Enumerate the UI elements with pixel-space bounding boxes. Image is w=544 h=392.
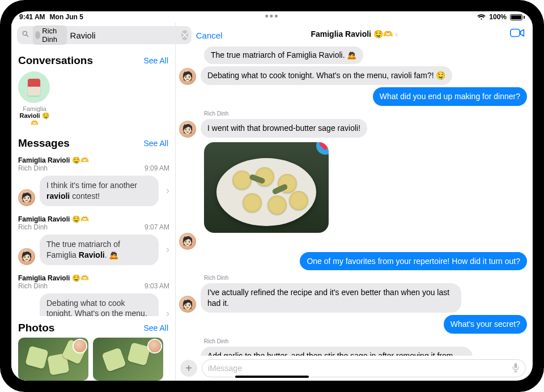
avatar: 🧑🏻	[18, 248, 35, 265]
message-in: 🧑🏻 I went with that browned-butter sage …	[179, 119, 527, 138]
message-in-image	[179, 142, 527, 233]
message-out: What did you end up making for dinner?	[179, 87, 527, 106]
svg-line-1	[27, 35, 28, 37]
image-attachment[interactable]	[204, 142, 329, 233]
conversation-result[interactable]: Famiglia Ravioli 🤤🫶	[11, 70, 51, 131]
status-bar: 9:41 AM Mon Jun 5 ••• 100%	[11, 11, 533, 23]
avatar: 🧑🏻	[179, 121, 196, 138]
sender-label: Rich Dinh	[204, 275, 527, 281]
search-filter-chip[interactable]: Rich Dinh	[33, 25, 67, 45]
ipad-frame: 9:41 AM Mon Jun 5 ••• 100%	[0, 0, 544, 392]
screen: 9:41 AM Mon Jun 5 ••• 100%	[11, 11, 533, 381]
chevron-right-icon: ›	[395, 29, 398, 39]
person-icon	[35, 31, 40, 39]
result-sender: Rich Dinh	[18, 223, 48, 231]
conv-name-line1: Famiglia	[18, 105, 51, 112]
conversations-title: Conversations	[18, 54, 93, 67]
conversations-see-all[interactable]: See All	[143, 56, 168, 65]
result-chat-name: Famiglia Ravioli 🤤🫶	[18, 274, 169, 282]
conv-name-line2: Ravioli 🤤🫶	[18, 112, 51, 127]
bubble[interactable]: The true matriarch of Famiglia Ravioli. …	[204, 46, 363, 64]
battery-icon	[510, 14, 525, 20]
result-chat-name: Famiglia Ravioli 🤤🫶	[18, 156, 169, 164]
chevron-right-icon: ›	[166, 244, 169, 255]
add-attachment-button[interactable]: +	[180, 360, 197, 377]
avatar: 🧑🏻	[18, 189, 35, 206]
result-sender: Rich Dinh	[18, 282, 48, 290]
sender-label: Rich Dinh	[204, 338, 527, 344]
bubble[interactable]: Debating what to cook tonight. What's on…	[201, 66, 452, 85]
compose-bar: + iMessage	[176, 356, 533, 381]
message-in-avatar-only: 🧑🏻	[179, 233, 527, 250]
bubble[interactable]: I've actually refined the recipe and it'…	[201, 283, 461, 313]
search-field[interactable]: Rich Dinh	[17, 26, 192, 44]
photo-thumb[interactable]	[93, 338, 163, 381]
message-result[interactable]: Famiglia Ravioli 🤤🫶 Rich Dinh 9:09 AM 🧑🏻…	[11, 153, 175, 212]
bubble[interactable]: One of my favorites from your repertoire…	[300, 252, 527, 271]
conversations-header: Conversations See All	[11, 49, 175, 70]
can-icon	[28, 79, 40, 96]
photo-results	[11, 338, 175, 381]
status-time: 9:41 AM	[19, 13, 45, 21]
group-avatar	[18, 71, 50, 103]
message-in: The true matriarch of Famiglia Ravioli. …	[179, 46, 527, 64]
message-results-list: Famiglia Ravioli 🤤🫶 Rich Dinh 9:09 AM 🧑🏻…	[11, 153, 175, 316]
battery-percent: 100%	[489, 13, 507, 21]
svg-rect-2	[511, 29, 520, 37]
message-out: One of my favorites from your repertoire…	[179, 252, 527, 271]
message-in: 🧑🏻 Debating what to cook tonight. What's…	[179, 66, 527, 85]
svg-point-0	[23, 31, 27, 35]
compose-placeholder: iMessage	[208, 364, 512, 373]
search-input[interactable]	[70, 31, 178, 40]
result-preview: The true matriarch of Famiglia Ravioli. …	[40, 235, 159, 265]
messages-header: Messages See All	[11, 131, 175, 153]
message-thread[interactable]: The true matriarch of Famiglia Ravioli. …	[176, 45, 533, 356]
sender-avatar	[74, 340, 86, 352]
message-in: 🧑🏻 I've actually refined the recipe and …	[179, 283, 527, 313]
avatar: 🧑🏻	[179, 233, 196, 250]
messages-title: Messages	[18, 137, 70, 150]
sidebar: Rich Dinh Cancel Conversations See All	[11, 23, 176, 381]
messages-see-all[interactable]: See All	[143, 139, 168, 148]
photo-thumb[interactable]	[18, 338, 88, 381]
photos-title: Photos	[18, 322, 54, 334]
avatar: 🧑🏻	[179, 68, 196, 85]
conversation-title: Famiglia Ravioli 🤤🫶	[311, 29, 392, 39]
result-preview: Debating what to cook tonight. What's on…	[40, 293, 159, 316]
love-reaction-icon[interactable]	[316, 142, 329, 155]
bubble[interactable]: I went with that browned-butter sage rav…	[201, 119, 367, 138]
result-time: 9:09 AM	[144, 164, 169, 172]
message-result[interactable]: Famiglia Ravioli 🤤🫶 Rich Dinh 9:07 AM 🧑🏻…	[11, 212, 175, 271]
sender-label: Rich Dinh	[204, 110, 527, 117]
result-preview: I think it's time for another ravioli co…	[40, 176, 159, 206]
message-in: 🧑🏻 Add garlic to the butter, and then st…	[179, 347, 527, 356]
wifi-icon	[477, 14, 486, 20]
dictation-icon[interactable]	[512, 363, 520, 374]
sender-avatar	[148, 340, 161, 352]
result-time: 9:07 AM	[144, 223, 169, 231]
home-indicator[interactable]	[235, 376, 309, 378]
chevron-right-icon: ›	[166, 308, 169, 316]
result-chat-name: Famiglia Ravioli 🤤🫶	[18, 215, 169, 223]
result-sender: Rich Dinh	[18, 164, 48, 172]
conversation-pane: Famiglia Ravioli 🤤🫶 › The true matriarch…	[176, 23, 533, 381]
bubble[interactable]: What's your secret?	[444, 315, 527, 334]
message-out: What's your secret?	[179, 315, 527, 334]
chevron-right-icon: ›	[166, 185, 169, 197]
compose-field[interactable]: iMessage	[202, 359, 526, 377]
chip-label: Rich Dinh	[42, 27, 63, 44]
search-icon	[22, 30, 29, 40]
facetime-button[interactable]	[510, 27, 525, 41]
search-row: Rich Dinh Cancel	[11, 23, 175, 49]
status-date: Mon Jun 5	[50, 13, 83, 21]
result-time: 9:03 AM	[144, 282, 169, 290]
conversation-header[interactable]: Famiglia Ravioli 🤤🫶 ›	[176, 23, 533, 45]
bubble[interactable]: Add garlic to the butter, and then stir …	[201, 347, 473, 356]
multitask-dots-icon[interactable]: •••	[265, 13, 279, 21]
svg-rect-3	[515, 363, 517, 368]
bubble[interactable]: What did you end up making for dinner?	[373, 87, 527, 106]
avatar: 🧑🏻	[179, 296, 196, 313]
photos-header: Photos See All	[11, 316, 175, 338]
photos-see-all[interactable]: See All	[143, 323, 168, 333]
message-result[interactable]: Famiglia Ravioli 🤤🫶 Rich Dinh 9:03 AM 🧑🏻…	[11, 271, 175, 316]
